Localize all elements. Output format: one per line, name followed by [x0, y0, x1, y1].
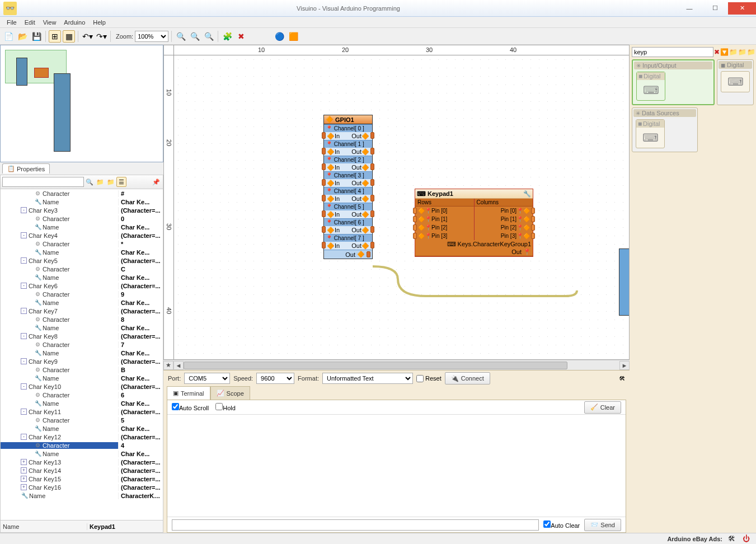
zoom-fit-icon[interactable]: 🔍 [203, 30, 215, 43]
scroll-right-icon[interactable]: ► [619, 361, 630, 370]
autoscroll-checkbox[interactable] [172, 403, 179, 410]
status-bar: Arduino eBay Ads: 🛠 ⏻ [0, 533, 756, 544]
autoscroll-label: Auto Scroll [179, 405, 209, 411]
properties-tab[interactable]: 📋 Properties [2, 163, 50, 173]
component-ds-digital[interactable]: ◼ Digital⌨ [636, 119, 665, 148]
folder3-icon[interactable]: 📁 [747, 48, 755, 57]
delete-icon[interactable]: ✖ [235, 30, 247, 43]
footer-name-label: Name [1, 523, 87, 530]
keys-group-label: Keys.CharacterKeyGroup1 [458, 241, 531, 247]
settings-icon[interactable]: 🛠 [728, 534, 737, 543]
rows-header: Rows [415, 199, 474, 207]
scope-tab[interactable]: 📈 Scope [210, 386, 250, 400]
menu-view[interactable]: View [40, 18, 60, 27]
new-icon[interactable]: 📄 [2, 30, 15, 43]
ruler-vertical: 1020 3040 [164, 55, 174, 359]
ruler-horizontal: 1020 3040 [174, 45, 629, 55]
terminal-input[interactable] [172, 519, 539, 531]
folder2-icon[interactable]: 📁 [106, 177, 116, 187]
bottom-panel: Port: COM5 Speed: 9600 Format: Unformatt… [163, 370, 630, 533]
reset-checkbox[interactable] [416, 375, 424, 382]
component-search-input[interactable] [632, 47, 713, 57]
gpio-title: GPIO1 [335, 116, 354, 123]
power-icon[interactable]: ⏻ [743, 534, 752, 543]
main-toolbar: 📄 📂 💾 ⊞ ▦ ↶▾ ↷▾ Zoom: 100% 🔍 🔍 🔍 🧩 ✖ 🔵 🟧 [0, 28, 756, 45]
zoom-label: Zoom: [116, 33, 133, 40]
keypad-icon: ⌨ [417, 190, 426, 198]
properties-tree[interactable]: ⚙Character#🔧NameChar Ke...-Char Key3(Cha… [0, 189, 163, 520]
undo-icon[interactable]: ↶▾ [81, 30, 93, 43]
folder-icon[interactable]: 📁 [729, 48, 738, 57]
component-digital-2[interactable]: ⌨ [721, 71, 750, 92]
app-icon: 👓 [3, 2, 17, 15]
pin-icon[interactable]: 📌 [151, 177, 161, 187]
category-input-output[interactable]: ✳ Input/Output ◼ Digital⌨ [632, 59, 715, 105]
folder1-icon[interactable]: 📁 [95, 177, 105, 187]
category-digital[interactable]: ◼ Digital ⌨ [717, 59, 754, 105]
redo-icon[interactable]: ↷▾ [95, 30, 107, 43]
port-select[interactable]: COM5 [184, 373, 230, 384]
node-icon: 🔶 [326, 116, 334, 123]
properties-toolbar: 🔍 📁 📁 ☰ 📌 [0, 175, 163, 189]
maximize-button[interactable]: ☐ [702, 2, 728, 15]
connect-button[interactable]: 🔌 Connect [445, 372, 490, 384]
tool-icon[interactable]: 🧩 [221, 30, 233, 43]
menu-arduino[interactable]: Arduino [60, 18, 88, 27]
clear-search-icon[interactable]: ✖ [714, 48, 720, 57]
terminal-output[interactable] [167, 415, 626, 517]
cols-header: Columns [475, 199, 533, 207]
scroll-left-icon[interactable]: ◄ [173, 361, 184, 370]
snap-icon[interactable]: ⊞ [49, 30, 61, 43]
component-digital[interactable]: ◼ Digital⌨ [636, 72, 665, 101]
hold-label: Hold [223, 405, 236, 411]
gpio-out-label: Out [345, 251, 355, 258]
clear-button[interactable]: 🧹 Clear [584, 401, 621, 414]
terminal-area: Auto Scroll Hold 🧹 Clear Auto Clear 📨 Se… [167, 400, 626, 533]
window-title: Visuino - Visual Arduino Programming [20, 5, 677, 12]
menu-help[interactable]: Help [90, 18, 109, 27]
open-icon[interactable]: 📂 [16, 30, 29, 43]
gpio-node[interactable]: 🔶GPIO1 📍 Channel[ 0 ]🔶InOut🔶📍 Channel[ 1… [323, 115, 373, 259]
save-icon[interactable]: 💾 [30, 30, 43, 43]
filter-icon[interactable]: 🔍 [84, 177, 95, 187]
menu-file[interactable]: File [3, 18, 20, 27]
zoom-in-icon[interactable]: 🔍 [175, 30, 187, 43]
autoclear-label: Auto Clear [551, 522, 580, 529]
properties-footer: Name Keypad1 [0, 520, 163, 533]
speed-label: Speed: [233, 375, 253, 382]
gear-icon[interactable]: 🔧 [523, 190, 531, 198]
autoclear-checkbox[interactable] [543, 520, 551, 528]
filter-icon[interactable]: 🔽 [720, 48, 729, 57]
minimize-button[interactable]: — [677, 2, 702, 15]
grid-icon[interactable]: ▦ [63, 30, 75, 43]
close-button[interactable]: ✕ [728, 2, 756, 15]
properties-filter-input[interactable] [2, 177, 84, 187]
arduino-edge-node[interactable] [619, 248, 629, 316]
list-icon[interactable]: ☰ [116, 177, 126, 187]
canvas-h-scrollbar[interactable]: ★ ◄ ► [163, 360, 630, 370]
speed-select[interactable]: 9600 [256, 373, 294, 384]
menu-edit[interactable]: Edit [21, 18, 39, 27]
send-button[interactable]: 📨 Send [584, 519, 621, 531]
keypad-node[interactable]: ⌨ Keypad1🔧 Rows 🔶📍Pin [0]🔶📍Pin [1]🔶📍Pin … [415, 189, 533, 257]
design-overview[interactable] [0, 45, 163, 162]
zoom-select[interactable]: 100% [135, 31, 168, 42]
category-data-sources[interactable]: ✳ Data Sources ◼ Digital⌨ [632, 107, 698, 152]
reset-label: Reset [425, 375, 442, 382]
settings-icon[interactable]: 🛠 [619, 375, 625, 382]
hold-checkbox[interactable] [215, 403, 223, 410]
board-icon[interactable]: 🟧 [287, 30, 299, 43]
folder2-icon[interactable]: 📁 [738, 48, 746, 57]
keypad-title: Keypad1 [428, 190, 453, 197]
status-ads-label: Arduino eBay Ads: [667, 536, 722, 542]
format-select[interactable]: Unformatted Text [322, 373, 413, 384]
favorite-icon[interactable]: ★ [163, 361, 173, 370]
upload-icon[interactable]: 🔵 [273, 30, 285, 43]
zoom-out-icon[interactable]: 🔍 [189, 30, 201, 43]
terminal-tab[interactable]: ▣ Terminal [167, 386, 210, 400]
ruler-corner [164, 45, 174, 55]
design-canvas[interactable]: 🔶GPIO1 📍 Channel[ 0 ]🔶InOut🔶📍 Channel[ 1… [174, 55, 629, 359]
canvas-area: 1020 3040 1020 3040 🔶GPIO1 📍 Channel[ 0 … [163, 45, 630, 533]
keys-out-label: Out [511, 248, 522, 255]
left-panel: 📋 Properties 🔍 📁 📁 ☰ 📌 ⚙Character#🔧NameC… [0, 45, 163, 533]
